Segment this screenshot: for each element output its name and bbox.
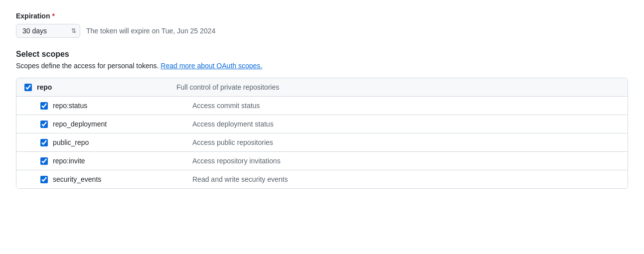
scope-desc-repo-deployment: Access deployment status bbox=[192, 120, 620, 128]
scope-row-security-events: security_events Read and write security … bbox=[16, 170, 628, 188]
scope-checkbox-repo-deployment[interactable] bbox=[40, 121, 48, 128]
scope-name-public-repo: public_repo bbox=[53, 138, 192, 146]
scope-desc-repo-status: Access commit status bbox=[192, 102, 620, 110]
scopes-box: repo Full control of private repositorie… bbox=[16, 78, 628, 189]
scope-row-repo-deployment: repo_deployment Access deployment status bbox=[16, 115, 628, 133]
scopes-description: Scopes define the access for personal to… bbox=[16, 62, 628, 70]
select-scopes-title: Select scopes bbox=[16, 50, 628, 59]
scopes-description-text: Scopes define the access for personal to… bbox=[16, 62, 159, 70]
expiration-hint: The token will expire on Tue, Jun 25 202… bbox=[86, 27, 215, 35]
scope-desc-repo-invite: Access repository invitations bbox=[192, 157, 620, 165]
scope-name-repo-deployment: repo_deployment bbox=[53, 120, 192, 128]
scope-row-repo-status: repo:status Access commit status bbox=[16, 97, 628, 115]
oauth-scopes-link[interactable]: Read more about OAuth scopes. bbox=[161, 62, 262, 70]
scope-row-repo-invite: repo:invite Access repository invitation… bbox=[16, 152, 628, 170]
expiration-select-wrapper: 7 days 30 days 60 days 90 days Custom No… bbox=[16, 24, 80, 38]
expiration-label: Expiration * bbox=[16, 12, 628, 20]
scope-row-public-repo: public_repo Access public repositories bbox=[16, 133, 628, 152]
scope-name-repo: repo bbox=[37, 83, 176, 91]
required-indicator: * bbox=[52, 12, 54, 20]
scope-checkbox-repo-status[interactable] bbox=[40, 102, 48, 110]
scope-desc-security-events: Read and write security events bbox=[192, 175, 620, 183]
scope-desc-public-repo: Access public repositories bbox=[192, 138, 620, 146]
expiration-label-text: Expiration bbox=[16, 12, 50, 20]
scope-name-security-events: security_events bbox=[53, 175, 192, 183]
scope-desc-repo: Full control of private repositories bbox=[176, 83, 620, 91]
expiration-row: 7 days 30 days 60 days 90 days Custom No… bbox=[16, 24, 628, 38]
scope-name-repo-status: repo:status bbox=[53, 102, 192, 110]
scope-name-repo-invite: repo:invite bbox=[53, 157, 192, 165]
scope-checkbox-public-repo[interactable] bbox=[40, 139, 48, 146]
scope-checkbox-repo-invite[interactable] bbox=[40, 157, 48, 165]
scope-row-repo: repo Full control of private repositorie… bbox=[16, 78, 628, 97]
scope-checkbox-security-events[interactable] bbox=[40, 176, 48, 183]
select-scopes-section: Select scopes Scopes define the access f… bbox=[16, 50, 628, 189]
expiration-select[interactable]: 7 days 30 days 60 days 90 days Custom No… bbox=[16, 24, 80, 38]
expiration-section: Expiration * 7 days 30 days 60 days 90 d… bbox=[16, 12, 628, 38]
scope-checkbox-repo[interactable] bbox=[24, 84, 32, 91]
